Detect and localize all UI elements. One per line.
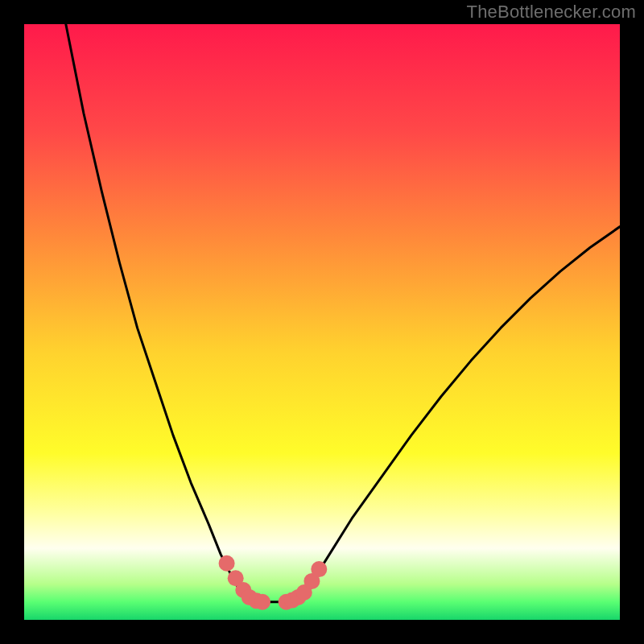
emphasis-markers-right-point [311,561,327,577]
watermark-text: TheBottlenecker.com [467,2,636,23]
chart-frame: TheBottlenecker.com [0,0,644,644]
bottleneck-chart [0,0,644,644]
gradient-background [24,24,620,620]
emphasis-markers-left-point [254,594,270,610]
emphasis-markers-left-point [219,555,235,572]
